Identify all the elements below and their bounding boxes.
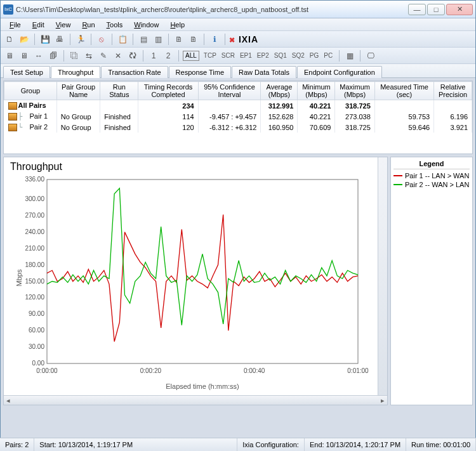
filter-scr[interactable]: SCR	[219, 52, 237, 59]
save-icon[interactable]: 💾	[39, 33, 51, 46]
x-axis-label: Elapsed time (h:mm:ss)	[166, 382, 239, 390]
copy-icon[interactable]: 📋	[116, 33, 129, 46]
statusbar: Pairs: 2 Start: 10/13/2014, 1:19:17 PM I…	[0, 438, 476, 451]
endpoint2-icon[interactable]: 🖥	[18, 49, 30, 62]
refresh-icon[interactable]: 🗘	[126, 49, 139, 62]
table-row[interactable]: └Pair 2No GroupFinished120-6.312 : +6.31…	[4, 122, 472, 133]
menu-help[interactable]: Help	[165, 20, 190, 30]
filter-sq1[interactable]: SQ1	[272, 52, 289, 59]
pair-icon[interactable]: ↔	[32, 49, 45, 62]
filter-pg[interactable]: PG	[307, 52, 321, 59]
svg-text:0:01:00: 0:01:00	[347, 367, 369, 374]
pair-icon	[8, 113, 17, 121]
run-icon[interactable]: 🏃	[74, 33, 87, 46]
chart-icon[interactable]: ▤	[137, 33, 150, 46]
export-icon[interactable]: 🗎	[173, 33, 185, 46]
menu-window[interactable]: Window	[129, 20, 164, 30]
menu-file[interactable]: File	[4, 20, 26, 30]
minimize-button[interactable]: —	[408, 4, 426, 15]
col-header[interactable]: Minimum(Mbps)	[298, 82, 335, 100]
filter-ep2[interactable]: EP2	[255, 52, 272, 59]
col-header[interactable]: Timing RecordsCompleted	[138, 82, 198, 100]
titlebar: IxC C:\Users\Tim\Desktop\wlan_tests\tpli…	[1, 1, 475, 18]
legend-swatch	[393, 184, 402, 185]
script-icon[interactable]: 🗐	[47, 49, 60, 62]
print-icon[interactable]: 🖶	[53, 33, 66, 46]
results-table: GroupPair GroupNameRunStatusTiming Recor…	[3, 81, 473, 154]
chart-box: Throughput 0.0030.0060.0090.00120.00150.…	[3, 157, 388, 405]
menu-view[interactable]: View	[51, 20, 76, 30]
chart2-icon[interactable]: ▥	[152, 33, 164, 46]
filter-ep1[interactable]: EP1	[237, 52, 255, 59]
table-row[interactable]: All Pairs234312.99140.221318.725	[4, 100, 472, 112]
clone-icon[interactable]: ⿻	[68, 49, 81, 62]
flag2-icon[interactable]: 2	[162, 49, 175, 62]
tab-response-time[interactable]: Response Time	[169, 66, 231, 78]
col-header[interactable]: Group	[4, 82, 57, 100]
menu-tools[interactable]: Tools	[102, 20, 128, 30]
svg-text:240.00: 240.00	[25, 228, 44, 235]
tab-endpoint-configuration[interactable]: Endpoint Configuration	[297, 66, 382, 78]
flag1-icon[interactable]: 1	[147, 49, 160, 62]
tab-transaction-rate[interactable]: Transaction Rate	[101, 66, 168, 78]
stop-icon[interactable]: ⦸	[95, 33, 108, 46]
menu-run[interactable]: Run	[77, 20, 100, 30]
edit-icon[interactable]: ✎	[97, 49, 110, 62]
legend-item: Pair 2 -- WAN > LAN	[393, 181, 470, 188]
col-header[interactable]: Average(Mbps)	[261, 82, 298, 100]
svg-text:300.00: 300.00	[25, 195, 44, 202]
endpoint1-icon[interactable]: 🖥	[3, 49, 16, 62]
open-icon[interactable]: 📂	[18, 33, 30, 46]
tabstrip: Test SetupThroughputTransaction RateResp…	[1, 64, 475, 78]
filter-all[interactable]: ALL	[183, 51, 199, 61]
chart-svg: 0.0030.0060.0090.00120.00150.00180.00210…	[9, 176, 371, 392]
export2-icon[interactable]: 🗎	[187, 33, 200, 46]
monitor-icon[interactable]: 🖵	[364, 49, 377, 62]
swap-icon[interactable]: ⇆	[83, 49, 95, 62]
tab-raw-data-totals[interactable]: Raw Data Totals	[232, 66, 296, 78]
svg-text:0.00: 0.00	[32, 360, 45, 367]
chart-area: Throughput 0.0030.0060.0090.00120.00150.…	[3, 157, 473, 405]
svg-text:210.00: 210.00	[25, 245, 44, 252]
col-header[interactable]: Measured Time(sec)	[374, 82, 433, 100]
col-header[interactable]: RelativePrecision	[434, 82, 472, 100]
new-icon[interactable]: 🗋	[3, 33, 16, 46]
filter-tcp[interactable]: TCP	[201, 52, 219, 59]
grid-icon[interactable]: ▦	[343, 49, 356, 62]
status-ixia: Ixia Configuration:	[237, 438, 305, 451]
svg-text:0:00:20: 0:00:20	[140, 367, 162, 374]
close-button[interactable]: ✕	[446, 4, 473, 15]
info-icon[interactable]: ℹ	[208, 33, 221, 46]
svg-text:0:00:40: 0:00:40	[244, 367, 265, 374]
status-start: Start: 10/13/2014, 1:19:17 PM	[34, 438, 237, 451]
col-header[interactable]: 95% ConfidenceInterval	[198, 82, 261, 100]
toolbar-main: 🗋 📂 💾 🖶 🏃 ⦸ 📋 ▤ ▥ 🗎 🗎 ℹ ✖ IXIA	[1, 31, 475, 48]
window-title: C:\Users\Tim\Desktop\wlan_tests\tplink_a…	[16, 6, 408, 13]
legend-title: Legend	[393, 160, 470, 169]
filter-sq2[interactable]: SQ2	[289, 52, 307, 59]
maximize-button[interactable]: □	[427, 4, 445, 15]
col-header[interactable]: Maximum(Mbps)	[335, 82, 374, 100]
series-line	[47, 188, 358, 325]
filter-pc[interactable]: PC	[321, 52, 335, 59]
svg-text:150.00: 150.00	[25, 278, 44, 285]
chart-vscroll[interactable]	[378, 157, 387, 395]
chart-hscroll[interactable]: ◂▸	[4, 395, 387, 405]
legend-item: Pair 1 -- LAN > WAN	[393, 172, 470, 180]
pair-icon	[8, 102, 17, 110]
legend-swatch	[393, 175, 402, 176]
toolbar-filters: 🖥 🖥 ↔ 🗐 ⿻ ⇆ ✎ ✕ 🗘 1 2 ALL TCPSCREP1EP2SQ…	[1, 48, 475, 64]
svg-text:0:00:00: 0:00:00	[36, 367, 58, 374]
y-axis-label: Mbps	[15, 269, 23, 286]
legend: Legend Pair 1 -- LAN > WANPair 2 -- WAN …	[390, 157, 473, 405]
col-header[interactable]: RunStatus	[100, 82, 138, 100]
status-pairs: Pairs: 2	[0, 438, 34, 451]
col-header[interactable]: Pair GroupName	[56, 82, 100, 100]
tab-throughput[interactable]: Throughput	[51, 66, 100, 78]
menu-edit[interactable]: Edit	[27, 20, 50, 30]
table-row[interactable]: ├Pair 1No GroupFinished114-9.457 : +9.45…	[4, 111, 472, 122]
window-buttons: — □ ✕	[408, 4, 473, 15]
delete-icon[interactable]: ✕	[112, 49, 124, 62]
tab-test-setup[interactable]: Test Setup	[3, 66, 50, 78]
svg-text:90.00: 90.00	[29, 310, 44, 317]
